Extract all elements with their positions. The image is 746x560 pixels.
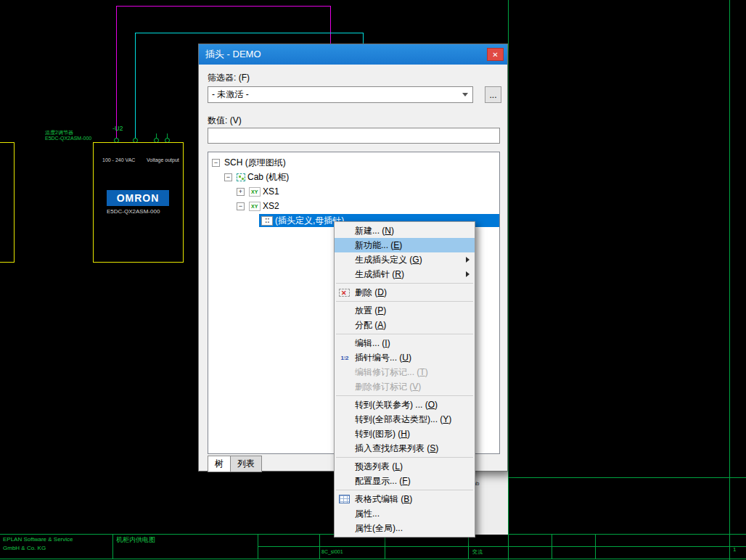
delete-icon: [339, 289, 350, 297]
tree-item-content[interactable]: Cab (机柜): [234, 170, 499, 184]
menu-icon-spacer: [339, 524, 350, 532]
tree-item-content[interactable]: XS2: [247, 199, 499, 213]
menu-item-label: 预选列表 (L): [355, 461, 403, 473]
tab-list[interactable]: 列表: [230, 456, 262, 472]
menu-icon-spacer: [339, 368, 350, 376]
tree-item-content[interactable]: XS1: [247, 185, 499, 198]
menu-item[interactable]: 插入查找结果列表 (S): [335, 441, 475, 456]
menu-item[interactable]: 转到(关联参考) ... (O): [335, 398, 475, 412]
menu-item[interactable]: 生成插头定义 (G): [335, 252, 475, 267]
menu-item-label: 编辑... (I): [355, 337, 390, 350]
document-number: 8C_sl001: [321, 549, 343, 555]
document-type: 交流: [472, 549, 483, 555]
menu-icon-spacer: [339, 241, 350, 250]
tree-item[interactable]: −XS2: [208, 199, 499, 213]
menu-item-label: 属性...: [355, 508, 380, 520]
menu-item[interactable]: 表格式编辑 (B): [335, 492, 475, 506]
collapse-icon[interactable]: −: [212, 159, 220, 167]
menu-separator: [336, 334, 473, 334]
menu-icon-spacer: [339, 429, 350, 438]
value-input[interactable]: [208, 128, 500, 144]
menu-item-label: 分配 (A): [355, 319, 386, 332]
titleblock-line: [319, 534, 320, 559]
titleblock-line: [468, 534, 469, 559]
dialog-titlebar[interactable]: 插头 - DEMO ✕: [199, 44, 507, 65]
eplan-screen: OMRON E5DC-QX2ASM-000 100 - 240 VAC Volt…: [0, 0, 746, 560]
menu-item-label: 转到(全部表达类型)... (Y): [355, 413, 451, 426]
value-label: 数值: (V): [208, 115, 242, 127]
menu-item-label: 新建... (N): [355, 225, 394, 237]
menu-separator: [336, 490, 473, 490]
menu-item[interactable]: 属性(全局)...: [335, 521, 475, 535]
menu-item[interactable]: 新建... (N): [335, 223, 475, 238]
dialog-title: 插头 - DEMO: [205, 48, 261, 61]
menu-item[interactable]: 删除 (D): [335, 285, 475, 300]
dialog-tabs: 树 列表: [208, 456, 261, 472]
menu-item[interactable]: 新功能... (E): [335, 238, 475, 252]
wire-magenta-horizontal: [116, 6, 331, 7]
titleblock-line: [258, 546, 746, 547]
filter-dropdown[interactable]: - 未激活 -: [208, 86, 473, 103]
page-number: 1: [733, 547, 736, 553]
menu-item: 编辑修订标记... (T): [335, 365, 475, 379]
device-description-2: E5DC-QX2ASM-000: [45, 136, 91, 141]
device-tag: -U2: [112, 125, 123, 131]
tree-item-label: XS1: [263, 186, 279, 197]
menu-separator: [336, 283, 473, 284]
menu-icon-spacer: [339, 255, 350, 264]
menu-item-label: 转到(图形) (H): [355, 428, 410, 440]
wire-magenta-vertical: [116, 6, 117, 139]
collapse-icon[interactable]: −: [224, 173, 232, 181]
menu-icon-spacer: [339, 444, 350, 453]
wire-cyan-vertical: [135, 33, 136, 139]
menu-icon-spacer: [339, 400, 350, 409]
submenu-arrow-icon: [466, 257, 470, 263]
tree-item-label: SCH (原理图纸): [224, 157, 286, 169]
menu-separator: [336, 457, 473, 458]
context-menu: 新建... (N)新功能... (E)生成插头定义 (G)生成插针 (R)删除 …: [334, 221, 475, 538]
menu-item-label: 编辑修订标记... (T): [355, 366, 428, 379]
submenu-arrow-icon: [466, 271, 470, 277]
menu-item-label: 表格式编辑 (B): [355, 493, 412, 506]
tab-tree[interactable]: 树: [208, 456, 231, 472]
wire-cyan-horizontal: [135, 33, 364, 33]
device-description-1: 温度2调节器: [45, 130, 73, 136]
titleblock-line: [552, 534, 552, 559]
tree-item[interactable]: −SCH (原理图纸): [208, 155, 499, 170]
menu-item[interactable]: 配置显示... (F): [335, 474, 475, 488]
cabinet-icon: [237, 173, 245, 181]
filter-dropdown-value: - 未激活 -: [208, 88, 462, 101]
company-name-line2: GmbH & Co. KG: [3, 545, 46, 551]
menu-item: 删除修订标记 (V): [335, 379, 475, 394]
model-text: E5DC-QX2ASM-000: [107, 209, 160, 215]
dropdown-arrow-icon[interactable]: [462, 93, 468, 96]
menu-item-label: 删除修订标记 (V): [355, 381, 421, 393]
menu-item[interactable]: 编辑... (I): [335, 336, 475, 350]
menu-item[interactable]: 插针编号... (U): [335, 350, 475, 365]
menu-separator: [336, 395, 473, 396]
close-button[interactable]: ✕: [487, 48, 504, 61]
menu-item[interactable]: 转到(图形) (H): [335, 427, 475, 441]
plug-icon: [261, 216, 273, 226]
menu-item[interactable]: 分配 (A): [335, 318, 475, 332]
menu-item[interactable]: 放置 (P): [335, 303, 475, 318]
brand-text: OMRON: [117, 192, 160, 204]
menu-item[interactable]: 生成插针 (R): [335, 267, 475, 281]
menu-item-label: 生成插针 (R): [355, 268, 404, 281]
tree-item[interactable]: +XS1: [208, 184, 499, 199]
pin-numbering-icon: [339, 353, 350, 362]
titleblock-line: [0, 559, 746, 559]
expand-icon[interactable]: +: [237, 188, 245, 196]
menu-item[interactable]: 属性...: [335, 506, 475, 521]
menu-item[interactable]: 转到(全部表达类型)... (Y): [335, 412, 475, 427]
tree-item-content[interactable]: SCH (原理图纸): [222, 156, 499, 169]
pin-label-vac: 100 - 240 VAC: [102, 157, 135, 163]
filter-more-button[interactable]: ...: [485, 86, 501, 103]
menu-icon-spacer: [339, 339, 350, 347]
menu-separator: [336, 301, 473, 302]
collapse-icon[interactable]: −: [237, 202, 245, 210]
menu-icon-spacer: [339, 270, 350, 279]
menu-item[interactable]: 预选列表 (L): [335, 459, 475, 474]
tree-item[interactable]: −Cab (机柜): [208, 170, 499, 184]
frame-line: [729, 0, 730, 560]
